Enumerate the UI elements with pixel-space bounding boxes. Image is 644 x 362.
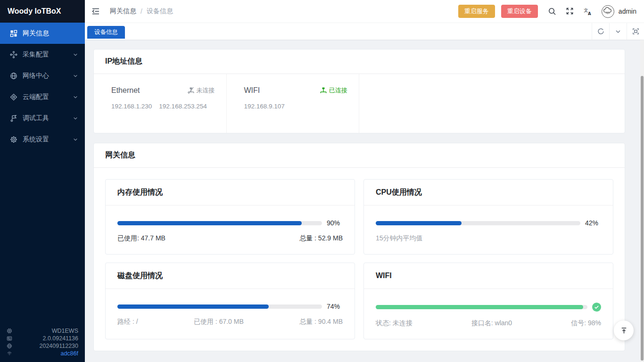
wifi-status: 已连接 [320,86,347,95]
disk-progress: 74% [117,303,343,310]
ip-address: 192.168.9.107 [244,103,285,110]
wifi-interface-name: 接口名: wlan0 [471,319,512,328]
wifi-stats: 状态: 未连接 接口名: wlan0 信号: 98% [376,319,601,328]
gear-icon [10,136,17,143]
search-icon[interactable] [548,7,556,16]
scrollbar-thumb[interactable] [641,76,644,361]
ip-card-title: IP地址信息 [94,49,625,74]
disk-path: 路经 : / [117,318,138,326]
board-icon [7,336,14,341]
tabbar: 设备信息 [85,23,644,40]
wifi-status-label: 已连接 [329,86,347,95]
fullscreen-icon[interactable] [566,7,574,16]
wifi-progress [376,303,601,312]
restart-service-button[interactable]: 重启服务 [458,5,495,18]
disk-usage-card: 磁盘使用情况 74% 路经 : / 已使用 : 67.0 MB 总量 : 90.… [105,263,355,339]
wifi-signal: 信号: 98% [571,319,601,328]
breadcrumb-gateway-info[interactable]: 网关信息 [110,7,136,16]
scrollbar-track[interactable] [640,40,644,362]
interface-name: Ethernet [111,86,140,95]
chevron-down-icon [73,52,78,57]
cpu-card-title: CPU使用情况 [364,180,613,206]
progress-fill [117,221,302,225]
breadcrumb: 网关信息 / 设备信息 [110,7,173,16]
grid-icon [10,30,17,37]
chevron-down-icon [73,116,78,121]
fingerprint-icon [7,351,14,356]
sidebar-item-debug-tools[interactable]: 调试工具 [0,107,85,129]
gateway-card-title: 网关信息 [94,143,625,168]
version-block: WD1EWS 2.0.09241136 202409112230 adc86f [0,325,85,362]
ethernet-status-label: 未连接 [197,86,215,95]
tab-device-info[interactable]: 设备信息 [87,26,125,39]
chevron-down-icon [73,137,78,142]
cpu-average-note: 15分钟内平均值 [376,234,423,243]
sidebar-menu: 网关信息 采集配置 网络中心 云端配置 [0,23,85,325]
wifi-status-text: 状态: 未连接 [376,319,413,328]
progress-track [376,221,580,225]
memory-card-title: 内存使用情况 [106,180,355,206]
sidebar-item-collect-config[interactable]: 采集配置 [0,44,85,65]
chevron-down-icon[interactable] [609,23,627,40]
network-disconnected-icon [187,87,195,94]
progress-fill [376,305,583,309]
chip-icon [7,328,14,334]
svg-text:A: A [588,11,591,16]
ip-address: 192.168.1.230 [111,103,152,110]
network-connected-icon [320,87,327,94]
ip-address: 192.168.253.254 [159,103,206,110]
sidebar-item-label: 采集配置 [23,50,49,59]
app-title: Woody IoTBoX [8,7,61,16]
restart-device-button[interactable]: 重启设备 [501,5,538,18]
sidebar: Woody IoTBoX 网关信息 采集配置 网络中心 [0,0,85,362]
ip-card-body: Ethernet 未连接 192.168.1.230 192.168.253.2… [94,74,625,133]
menu-fold-icon[interactable] [91,7,100,16]
progress-track [117,304,322,309]
disk-total: 总量 : 90.4 MB [299,318,343,326]
disk-card-title: 磁盘使用情况 [106,263,355,289]
debug-icon [10,115,17,122]
app-window: Woody IoTBoX 网关信息 采集配置 网络中心 [0,0,644,362]
globe-icon [7,343,14,349]
chevron-down-icon [73,95,78,99]
commit-hash-link[interactable]: adc86f [14,350,78,357]
sidebar-item-label: 网关信息 [23,29,49,38]
memory-usage-card: 内存使用情况 90% 已使用: 47.7 MB 总量 : 52.9 MB [105,179,355,255]
topbar: 网关信息 / 设备信息 重启服务 重启设备 文A admin [85,0,644,23]
sidebar-item-cloud-config[interactable]: 云端配置 [0,86,85,107]
disk-stats: 路经 : / 已使用 : 67.0 MB 总量 : 90.4 MB [117,318,343,326]
sidebar-item-system-settings[interactable]: 系统设置 [0,129,85,150]
translate-icon[interactable]: 文A [584,7,592,16]
refresh-icon[interactable] [592,23,609,40]
username[interactable]: admin [619,8,636,15]
version-row-model: WD1EWS [7,327,78,335]
cpu-usage-card: CPU使用情况 42% 15分钟内平均值 [363,179,613,255]
sidebar-item-label: 云端配置 [23,93,49,101]
cpu-percent: 42% [585,219,601,227]
wifi-ips: 192.168.9.107 [244,103,348,110]
sidebar-item-label: 系统设置 [23,135,49,144]
progress-track [376,305,587,309]
breadcrumb-device-info: 设备信息 [147,7,173,16]
gateway-info-card: 网关信息 内存使用情况 90% 已使用: 47.7 MB 总量 : [93,143,625,351]
sidebar-item-label: 网络中心 [23,72,49,80]
memory-used: 已使用: 47.7 MB [117,234,165,243]
wifi-card-title: WIFI [364,263,613,289]
gateway-card-body: 内存使用情况 90% 已使用: 47.7 MB 总量 : 52.9 MB [94,168,625,351]
back-to-top-button[interactable] [614,321,634,340]
version-row-firmware: 2.0.09241136 [7,335,78,342]
interface-name: WIFI [244,86,260,95]
ip-address-card: IP地址信息 Ethernet 未连接 192.168.1.230 19 [93,49,625,133]
app-logo: Woody IoTBoX [0,0,85,23]
sidebar-item-network-center[interactable]: 网络中心 [0,65,85,86]
sidebar-item-gateway-info[interactable]: 网关信息 [0,23,85,44]
firmware-version: 2.0.09241136 [14,335,78,342]
ethernet-interface: Ethernet 未连接 192.168.1.230 192.168.253.2… [94,74,227,133]
progress-fill [117,304,269,309]
expand-view-icon[interactable] [627,23,644,40]
tab-tools [592,23,644,40]
collect-icon [10,51,17,58]
build-number: 202409112230 [14,343,78,349]
user-avatar[interactable] [602,5,614,18]
disk-used: 已使用 : 67.0 MB [194,318,244,326]
